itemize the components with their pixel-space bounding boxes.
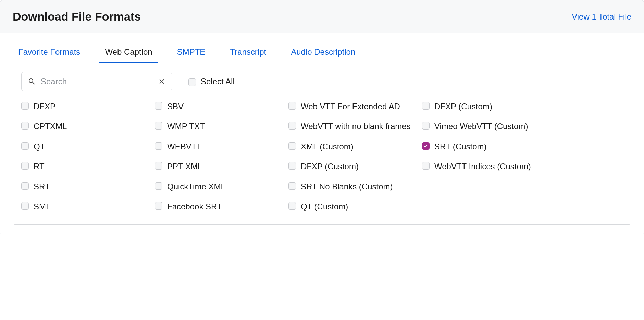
format-checkbox[interactable] [21, 182, 29, 190]
format-checkbox[interactable] [155, 122, 162, 130]
top-row: Select All [21, 72, 623, 91]
tab-web-caption[interactable]: Web Caption [99, 44, 158, 63]
format-item[interactable]: QuickTime XML [155, 181, 282, 192]
format-item[interactable]: SMI [21, 201, 148, 212]
panel-title: Download File Formats [13, 10, 141, 23]
format-label: DFXP (Custom) [434, 101, 492, 112]
format-checkbox[interactable] [422, 142, 430, 150]
check-icon [423, 144, 428, 148]
format-item[interactable]: WebVTT with no blank frames [288, 121, 415, 132]
format-item[interactable]: RT [21, 161, 148, 172]
format-checkbox[interactable] [288, 202, 296, 210]
select-all[interactable]: Select All [188, 77, 235, 86]
formats-column-4: DFXP (Custom) Vimeo WebVTT (Custom) SRT … [422, 101, 531, 212]
format-checkbox[interactable] [422, 122, 430, 130]
format-item[interactable]: WMP TXT [155, 121, 282, 132]
clear-search-icon[interactable] [158, 78, 165, 85]
format-checkbox[interactable] [422, 162, 430, 170]
format-label: SMI [34, 201, 48, 212]
formats-column-2: SBV WMP TXT WEBVTT PPT XML [155, 101, 282, 212]
format-checkbox[interactable] [21, 202, 29, 210]
select-all-label: Select All [201, 77, 235, 86]
format-item[interactable]: SRT [21, 181, 148, 192]
format-item[interactable]: Vimeo WebVTT (Custom) [422, 121, 531, 132]
formats-column-1: DFXP CPTXML QT RT [21, 101, 148, 212]
format-item[interactable]: SBV [155, 101, 282, 112]
format-label: QT (Custom) [301, 201, 348, 212]
format-label: QT [34, 141, 45, 152]
format-label: PPT XML [167, 161, 202, 172]
format-label: Web VTT For Extended AD [301, 101, 400, 112]
tabs: Favorite Formats Web Caption SMPTE Trans… [13, 44, 631, 63]
view-total-file-link[interactable]: View 1 Total File [572, 12, 631, 22]
panel-header: Download File Formats View 1 Total File [0, 0, 644, 33]
format-item[interactable]: SRT No Blanks (Custom) [288, 181, 415, 192]
format-checkbox[interactable] [21, 122, 29, 130]
format-checkbox[interactable] [155, 202, 162, 210]
select-all-checkbox[interactable] [188, 78, 196, 86]
format-item[interactable]: QT [21, 141, 148, 152]
format-item[interactable]: XML (Custom) [288, 141, 415, 152]
format-item[interactable]: DFXP (Custom) [422, 101, 531, 112]
tab-transcript[interactable]: Transcript [224, 44, 272, 63]
format-checkbox[interactable] [21, 162, 29, 170]
format-label: Vimeo WebVTT (Custom) [434, 121, 528, 132]
format-item[interactable]: WEBVTT [155, 141, 282, 152]
format-checkbox[interactable] [422, 102, 430, 110]
formats-column-3: Web VTT For Extended AD WebVTT with no b… [288, 101, 415, 212]
format-label: WEBVTT [167, 141, 201, 152]
format-item[interactable]: QT (Custom) [288, 201, 415, 212]
format-item[interactable]: CPTXML [21, 121, 148, 132]
search-field[interactable] [21, 72, 172, 91]
file-formats-panel: Download File Formats View 1 Total File … [0, 0, 644, 235]
format-checkbox[interactable] [155, 142, 162, 150]
format-label: QuickTime XML [167, 181, 225, 192]
format-checkbox[interactable] [288, 142, 296, 150]
format-label: SRT [34, 181, 50, 192]
format-label: CPTXML [34, 121, 67, 132]
format-checkbox[interactable] [288, 122, 296, 130]
format-label: Facebook SRT [167, 201, 222, 212]
format-label: WebVTT Indices (Custom) [434, 161, 531, 172]
format-label: SRT No Blanks (Custom) [301, 181, 393, 192]
format-item[interactable]: Web VTT For Extended AD [288, 101, 415, 112]
format-item[interactable]: DFXP (Custom) [288, 161, 415, 172]
panel-body: Favorite Formats Web Caption SMPTE Trans… [0, 33, 644, 235]
format-label: RT [34, 161, 45, 172]
format-checkbox[interactable] [288, 102, 296, 110]
search-input[interactable] [36, 77, 158, 86]
format-label: DFXP (Custom) [301, 161, 359, 172]
format-checkbox[interactable] [155, 182, 162, 190]
search-icon [28, 77, 36, 86]
format-checkbox[interactable] [155, 162, 162, 170]
format-checkbox[interactable] [155, 102, 162, 110]
formats-grid: DFXP CPTXML QT RT [21, 101, 623, 212]
format-label: DFXP [34, 101, 55, 112]
format-checkbox[interactable] [288, 182, 296, 190]
format-label: WebVTT with no blank frames [301, 121, 411, 132]
format-item[interactable]: Facebook SRT [155, 201, 282, 212]
format-checkbox[interactable] [21, 102, 29, 110]
format-label: SBV [167, 101, 184, 112]
format-checkbox[interactable] [21, 142, 29, 150]
format-label: SRT (Custom) [434, 141, 486, 152]
format-label: XML (Custom) [301, 141, 354, 152]
tab-smpte[interactable]: SMPTE [172, 44, 211, 63]
format-label: WMP TXT [167, 121, 205, 132]
format-item[interactable]: DFXP [21, 101, 148, 112]
formats-content: Select All DFXP CPTXML QT [13, 63, 631, 225]
format-checkbox[interactable] [288, 162, 296, 170]
tab-audio-description[interactable]: Audio Description [285, 44, 361, 63]
format-item[interactable]: SRT (Custom) [422, 141, 531, 152]
tab-favorite-formats[interactable]: Favorite Formats [13, 44, 86, 63]
format-item[interactable]: WebVTT Indices (Custom) [422, 161, 531, 172]
format-item[interactable]: PPT XML [155, 161, 282, 172]
